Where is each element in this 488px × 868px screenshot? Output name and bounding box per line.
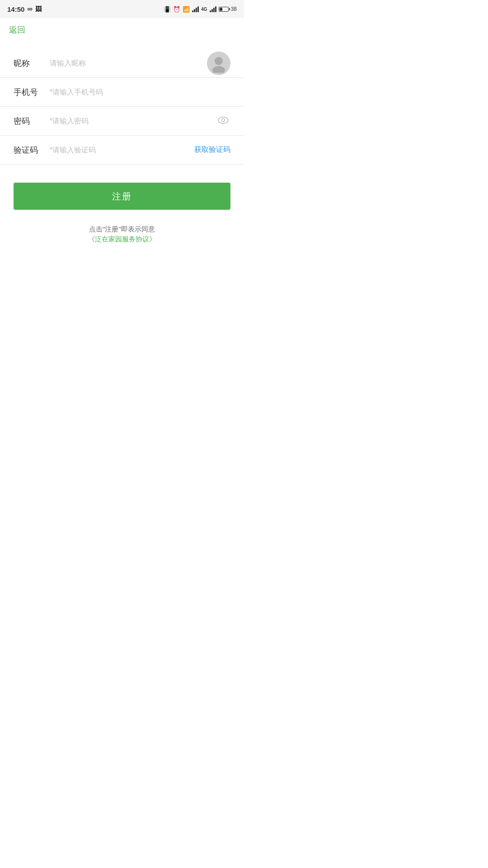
status-bar: 14:50 ∞ 🖼 📳 ⏰ 📶 4G: [0, 0, 244, 18]
svg-point-1: [212, 66, 225, 73]
phone-row: 手机号: [0, 78, 244, 107]
get-code-button[interactable]: 获取验证码: [194, 145, 230, 155]
agreement-section: 点击"注册"即表示同意 《泛在家园服务协议》: [0, 217, 244, 244]
status-right: 📳 ⏰ 📶 4G 38: [164, 6, 237, 13]
captcha-row: 验证码 获取验证码: [0, 136, 244, 165]
battery-icon: [219, 7, 229, 12]
captcha-input[interactable]: [45, 146, 194, 154]
form-content: 昵称 手机号 密码 验证码 获取验证码 注册: [0, 40, 244, 244]
signal-icon: [192, 6, 199, 12]
status-left: 14:50 ∞ 🖼: [7, 5, 42, 13]
phone-label: 手机号: [14, 87, 45, 98]
agreement-text: 点击"注册"即表示同意: [89, 225, 155, 233]
avatar-icon: [209, 54, 228, 73]
register-button[interactable]: 注册: [14, 183, 230, 210]
nickname-input[interactable]: [45, 59, 207, 67]
alarm-icon: ⏰: [173, 6, 180, 13]
password-row: 密码: [0, 107, 244, 136]
network-type-icon: 4G: [201, 7, 207, 12]
back-label[interactable]: 返回: [9, 25, 25, 34]
infinity-icon: ∞: [27, 5, 32, 13]
password-input[interactable]: [45, 117, 216, 125]
wifi-icon: 📶: [183, 6, 190, 13]
svg-point-3: [222, 119, 225, 122]
eye-icon[interactable]: [216, 116, 230, 126]
phone-input[interactable]: [45, 88, 230, 96]
agreement-link[interactable]: 《泛在家园服务协议》: [14, 235, 230, 244]
image-icon: 🖼: [35, 5, 42, 13]
nickname-row: 昵称: [0, 49, 244, 78]
svg-point-2: [218, 117, 228, 123]
register-section: 注册: [0, 165, 244, 217]
nickname-label: 昵称: [14, 58, 45, 69]
svg-point-0: [215, 57, 223, 65]
battery-level: 38: [231, 6, 237, 12]
signal-icon-2: [210, 6, 216, 12]
back-button[interactable]: 返回: [0, 18, 244, 40]
time-display: 14:50: [7, 5, 24, 13]
avatar[interactable]: [207, 52, 230, 75]
vibrate-icon: 📳: [164, 6, 171, 13]
captcha-label: 验证码: [14, 145, 45, 156]
password-label: 密码: [14, 116, 45, 127]
